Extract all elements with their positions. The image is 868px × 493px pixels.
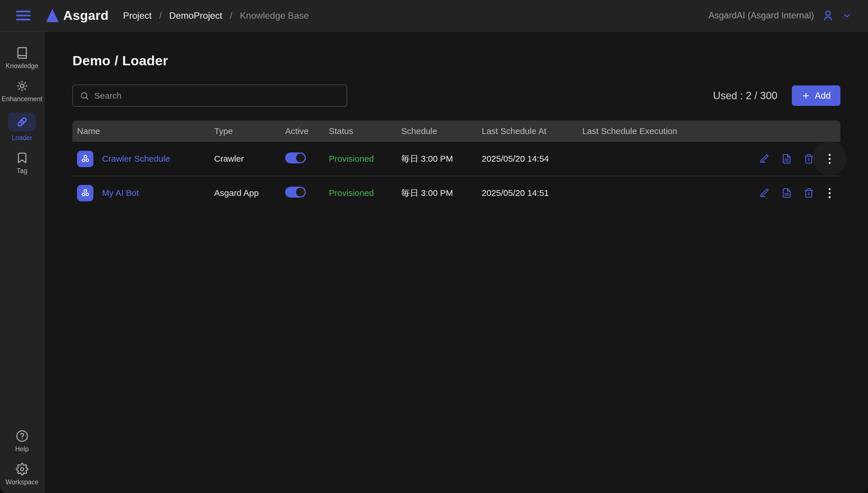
usage-counter: Used : 2 / 300: [713, 90, 777, 102]
active-toggle[interactable]: [285, 152, 306, 164]
sidebar-item-label: Loader: [12, 134, 32, 142]
active-toggle[interactable]: [285, 187, 306, 198]
more-actions-button[interactable]: [826, 153, 833, 165]
breadcrumb-knowledge-base: Knowledge Base: [240, 10, 309, 21]
add-button[interactable]: Add: [792, 85, 840, 106]
search-box[interactable]: [72, 85, 347, 107]
link-icon: [16, 115, 28, 128]
knot-icon: [80, 154, 91, 164]
row-type: Crawler: [214, 154, 285, 164]
header-account-area: AsgardAI (Asgard Internal): [708, 9, 852, 22]
table-row: My AI Bot Asgard App Provisioned 毎日 3:00…: [72, 176, 840, 210]
triangle-logo-icon: [45, 8, 59, 23]
knot-icon: [80, 188, 91, 198]
breadcrumb-demoproject[interactable]: DemoProject: [169, 10, 223, 21]
gear-icon: [16, 463, 28, 475]
pencil-icon: [759, 154, 770, 164]
sidebar: Knowledge Enhancement: [0, 31, 45, 493]
app-window: Asgard Project / DemoProject / Knowledge…: [0, 0, 868, 493]
more-actions-button[interactable]: [826, 187, 833, 199]
row-name-link[interactable]: Crawler Schedule: [102, 154, 170, 164]
sidebar-item-label: Enhancement: [2, 95, 43, 103]
menu-hamburger-icon[interactable]: [16, 10, 30, 20]
status-badge: Provisioned: [329, 154, 374, 164]
file-text-icon: [781, 188, 792, 198]
delete-button[interactable]: [804, 188, 814, 198]
edit-button[interactable]: [759, 188, 770, 198]
breadcrumb-separator: /: [230, 10, 232, 21]
loader-table: Name Type Active Status Schedule Last Sc…: [72, 121, 840, 210]
plus-icon: [802, 91, 810, 100]
column-header-last-schedule-at: Last Schedule At: [482, 126, 582, 136]
user-icon[interactable]: [821, 9, 835, 22]
row-type: Asgard App: [214, 188, 285, 198]
account-label: AsgardAI (Asgard Internal): [708, 10, 814, 21]
file-text-icon: [781, 154, 792, 164]
row-schedule: 毎日 3:00 PM: [401, 153, 482, 165]
row-schedule: 毎日 3:00 PM: [401, 187, 482, 199]
sidebar-item-workspace[interactable]: Workspace: [0, 463, 44, 486]
status-badge: Provisioned: [329, 188, 374, 198]
chevron-down-icon[interactable]: [842, 10, 852, 20]
column-header-type: Type: [214, 126, 285, 136]
help-circle-icon: [16, 430, 28, 442]
breadcrumb-project[interactable]: Project: [123, 10, 152, 21]
column-header-last-schedule-execution: Last Schedule Execution: [582, 126, 754, 136]
sidebar-item-enhancement[interactable]: Enhancement: [0, 80, 44, 103]
sidebar-item-loader[interactable]: Loader: [0, 113, 44, 142]
sidebar-item-label: Tag: [17, 167, 27, 175]
sidebar-item-help[interactable]: Help: [0, 430, 44, 453]
asgard-logo[interactable]: Asgard: [45, 8, 109, 23]
table-header: Name Type Active Status Schedule Last Sc…: [72, 121, 840, 142]
column-header-schedule: Schedule: [401, 126, 482, 136]
trash-icon: [804, 188, 814, 198]
sidebar-item-tag[interactable]: Tag: [0, 152, 44, 175]
sidebar-active-highlight: [8, 113, 36, 131]
book-icon: [16, 47, 28, 59]
row-name-link[interactable]: My AI Bot: [102, 188, 139, 198]
sidebar-bottom: Help Workspace: [0, 430, 44, 493]
document-button[interactable]: [781, 188, 792, 198]
breadcrumb-separator: /: [159, 10, 162, 21]
column-header-name: Name: [72, 126, 214, 136]
sun-icon: [16, 80, 28, 92]
row-last-schedule-at: 2025/05/20 14:54: [482, 154, 582, 164]
sidebar-item-label: Workspace: [5, 478, 39, 486]
sidebar-item-label: Knowledge: [6, 62, 39, 70]
search-icon: [80, 91, 89, 100]
search-input[interactable]: [94, 91, 340, 101]
page-title: Demo / Loader: [72, 52, 840, 68]
app-header: Asgard Project / DemoProject / Knowledge…: [0, 0, 868, 31]
column-header-active: Active: [285, 126, 329, 136]
logo-text: Asgard: [63, 8, 109, 23]
breadcrumb: Project / DemoProject / Knowledge Base: [123, 10, 309, 21]
document-button[interactable]: [781, 154, 792, 164]
sidebar-item-knowledge[interactable]: Knowledge: [0, 47, 44, 70]
toolbar: Used : 2 / 300 Add: [72, 85, 840, 107]
row-last-schedule-at: 2025/05/20 14:51: [482, 188, 582, 198]
main-content: Demo / Loader Used : 2 / 300 Add: [45, 31, 868, 493]
pencil-icon: [759, 188, 770, 198]
column-header-status: Status: [329, 126, 401, 136]
sidebar-item-label: Help: [15, 445, 29, 453]
table-row: Crawler Schedule Crawler Provisioned 毎日 …: [72, 142, 840, 176]
loader-type-icon: [77, 185, 93, 201]
loader-type-icon: [77, 151, 93, 167]
edit-button[interactable]: [759, 154, 770, 164]
add-button-label: Add: [815, 91, 831, 101]
bookmark-icon: [16, 152, 28, 164]
